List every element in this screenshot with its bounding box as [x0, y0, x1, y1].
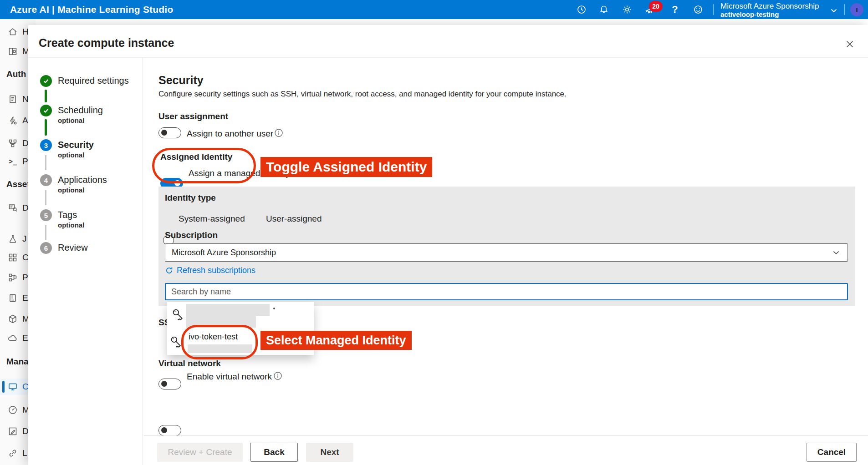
- automl-icon: [7, 115, 18, 126]
- gear-icon[interactable]: [622, 5, 632, 15]
- user-assigned-label: User-assigned: [266, 214, 322, 224]
- sidebar-item-label: D: [22, 203, 29, 213]
- sidebar-item-label: D: [22, 138, 29, 148]
- sidebar-item-label: E: [22, 333, 28, 343]
- step-3-label[interactable]: Security: [58, 140, 94, 150]
- prompt-flow-icon: >_: [7, 156, 18, 167]
- step-2-label[interactable]: Scheduling: [58, 105, 103, 116]
- sidebar-item-label: A: [22, 116, 28, 126]
- chevron-down-icon[interactable]: [829, 5, 839, 15]
- dialog-header-divider: [28, 57, 868, 58]
- assign-other-user-toggle[interactable]: [158, 127, 181, 138]
- subscription-name: Microsoft Azure Sponsorship: [720, 2, 819, 10]
- sidebar-section-assets: Asset: [6, 179, 30, 189]
- step-connector: [45, 119, 47, 136]
- step-3-optional: optional: [58, 151, 84, 159]
- chevron-down-icon: [832, 248, 840, 257]
- step-5-label[interactable]: Tags: [58, 210, 77, 220]
- workspace-name: activeloop-testing: [720, 10, 819, 18]
- refresh-subscriptions-link[interactable]: Refresh subscriptions: [165, 266, 255, 275]
- subscription-select[interactable]: Microsoft Azure Sponsorship: [165, 243, 848, 262]
- dialog-title: Create compute instance: [39, 36, 174, 50]
- notification-badge: 20: [649, 1, 663, 12]
- sidebar-item-label: P: [22, 273, 28, 283]
- notebooks-icon: [7, 94, 18, 105]
- close-icon[interactable]: [844, 38, 856, 50]
- endpoints-cloud-icon: [7, 333, 18, 344]
- virtual-network-label: Virtual network: [158, 359, 221, 369]
- top-app-bar: Azure AI | Machine Learning Studio 20 ? …: [0, 0, 868, 19]
- annotation-toggle-assigned-identity: Toggle Assigned Identity: [260, 157, 432, 177]
- info-icon[interactable]: [273, 371, 282, 380]
- screen: Azure AI | Machine Learning Studio 20 ? …: [0, 0, 868, 465]
- sidebar-section-manage: Mana: [6, 357, 29, 367]
- redacted-identity-name[interactable]: [186, 304, 270, 316]
- sidebar-item-label: C: [22, 382, 29, 392]
- security-heading: Security: [158, 74, 204, 87]
- step-connector: [45, 225, 46, 240]
- clock-icon[interactable]: [577, 5, 587, 15]
- security-description: Configure security settings such as SSH,…: [158, 90, 567, 99]
- refresh-subscriptions-label: Refresh subscriptions: [177, 266, 255, 275]
- back-button[interactable]: Back: [250, 443, 298, 462]
- designer-icon: [7, 138, 18, 149]
- sidebar-item-label: H: [22, 27, 29, 37]
- app-title: Azure AI | Machine Learning Studio: [10, 4, 173, 15]
- key-icon: [171, 308, 185, 321]
- step-4-number[interactable]: 4: [40, 174, 52, 186]
- feedback-smiley-icon[interactable]: [693, 5, 703, 15]
- step-connector: [45, 190, 46, 205]
- linked-services-icon: [7, 448, 18, 459]
- step-4-label[interactable]: Applications: [58, 175, 107, 185]
- step-6-number[interactable]: 6: [40, 242, 52, 254]
- step-2-optional: optional: [58, 116, 84, 124]
- refresh-icon: [165, 266, 174, 275]
- step-1-label[interactable]: Required settings: [58, 76, 129, 86]
- dot: [273, 308, 275, 309]
- enable-vnet-label: Enable virtual network: [187, 372, 272, 382]
- model-catalog-icon: [7, 46, 18, 57]
- sidebar-item-label: P: [22, 157, 28, 167]
- identity-search-input[interactable]: [165, 283, 848, 300]
- info-icon[interactable]: [274, 128, 283, 137]
- step-1-check[interactable]: [40, 75, 52, 87]
- step-connector: [45, 155, 46, 170]
- step-5-number[interactable]: 5: [40, 209, 52, 221]
- step-6-label[interactable]: Review: [58, 243, 88, 253]
- step-4-optional: optional: [58, 186, 84, 194]
- subscription-select-value: Microsoft Azure Sponsorship: [172, 248, 276, 258]
- environments-icon: [7, 293, 18, 303]
- sidebar-item-label: C: [22, 253, 29, 263]
- step-3-number[interactable]: 3: [40, 139, 52, 151]
- data-labeling-icon: [7, 426, 18, 437]
- cancel-button[interactable]: Cancel: [807, 443, 857, 462]
- data-icon: [7, 202, 18, 213]
- sidebar-section-authoring: Auth: [6, 69, 26, 79]
- pipelines-icon: [7, 272, 18, 283]
- step-connector: [45, 90, 47, 102]
- review-create-button: Review + Create: [157, 443, 243, 462]
- topbar-divider: [713, 4, 714, 15]
- sidebar-item-label: L: [22, 448, 27, 458]
- annotation-oval-managed-identity: [181, 325, 258, 359]
- ssh-toggle[interactable]: [158, 379, 181, 389]
- enable-vnet-toggle[interactable]: [158, 425, 181, 436]
- workspace-switcher[interactable]: Microsoft Azure Sponsorship activeloop-t…: [720, 2, 819, 18]
- system-assigned-label: System-assigned: [179, 214, 245, 224]
- subscription-label: Subscription: [165, 230, 218, 240]
- jobs-flask-icon: [7, 233, 18, 244]
- user-assignment-label: User assignment: [158, 111, 228, 121]
- next-button[interactable]: Next: [306, 443, 353, 462]
- annotation-select-managed-identity: Select Managed Identity: [260, 331, 412, 350]
- avatar[interactable]: I: [850, 3, 863, 16]
- assign-other-user-label: Assign to another user: [187, 129, 273, 139]
- sidebar-item-label: J: [22, 234, 27, 244]
- compute-monitor-icon: [7, 381, 18, 392]
- components-icon: [7, 252, 18, 263]
- help-icon[interactable]: ?: [670, 5, 680, 15]
- home-icon: [7, 26, 18, 37]
- stepper-divider: [143, 58, 143, 465]
- bell-icon[interactable]: [599, 5, 609, 15]
- step-2-check[interactable]: [40, 105, 52, 116]
- monitoring-gauge-icon: [7, 404, 18, 415]
